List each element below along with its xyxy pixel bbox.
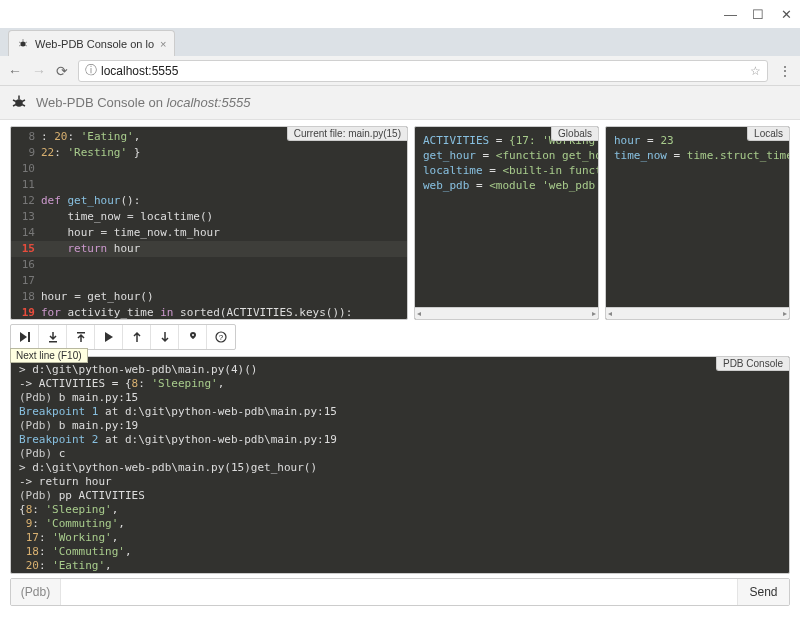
code-panel: Current file: main.py(15) 8: 20: 'Eating… xyxy=(10,126,408,320)
next-icon xyxy=(19,331,31,343)
locals-label: Locals xyxy=(747,127,789,141)
menu-icon[interactable]: ⋮ xyxy=(778,63,792,79)
svg-line-9 xyxy=(22,100,25,102)
where-icon xyxy=(188,331,198,343)
code-line[interactable]: 13 time_now = localtime() xyxy=(11,209,407,225)
svg-line-3 xyxy=(25,42,27,43)
locals-body[interactable]: hour = 23time_now = time.struct_time(tm_… xyxy=(606,127,789,307)
reload-icon[interactable]: ⟳ xyxy=(56,63,68,79)
up-button[interactable] xyxy=(123,325,151,349)
step-out-icon xyxy=(75,331,87,343)
help-icon: ? xyxy=(215,331,227,343)
scrollbar-h[interactable]: ◂▸ xyxy=(606,307,789,319)
down-button[interactable] xyxy=(151,325,179,349)
down-icon xyxy=(160,331,170,343)
tab-title: Web-PDB Console on lo xyxy=(35,38,154,50)
browser-tab[interactable]: Web-PDB Console on lo × xyxy=(8,30,175,56)
step-in-icon xyxy=(47,331,59,343)
globals-body[interactable]: ACTIVITIES = {17: 'Working', 18: 'get_ho… xyxy=(415,127,598,307)
console-body[interactable]: > d:\git\python-web-pdb\main.py(4)()-> A… xyxy=(11,357,789,573)
up-icon xyxy=(132,331,142,343)
back-icon[interactable]: ← xyxy=(8,63,22,79)
minimize-icon[interactable]: — xyxy=(724,7,736,22)
svg-line-11 xyxy=(22,104,25,106)
code-line[interactable]: 14 hour = time_now.tm_hour xyxy=(11,225,407,241)
console-panel: PDB Console > d:\git\python-web-pdb\main… xyxy=(10,356,790,574)
bug-icon xyxy=(10,94,28,112)
globals-panel: Globals ACTIVITIES = {17: 'Working', 18:… xyxy=(414,126,599,320)
url-text: localhost:5555 xyxy=(101,64,178,78)
star-icon[interactable]: ☆ xyxy=(750,64,761,78)
pdb-prompt-row: (Pdb) Send xyxy=(10,578,790,606)
scrollbar-h[interactable]: ◂▸ xyxy=(415,307,598,319)
bug-icon xyxy=(17,38,29,50)
console-label: PDB Console xyxy=(716,357,789,371)
forward-icon[interactable]: → xyxy=(32,63,46,79)
pdb-input[interactable] xyxy=(61,579,737,605)
code-line[interactable]: 16 xyxy=(11,257,407,273)
window-controls: — ☐ ✕ xyxy=(0,0,800,28)
svg-point-6 xyxy=(15,99,23,107)
svg-line-10 xyxy=(13,104,16,106)
globals-label: Globals xyxy=(551,127,598,141)
continue-icon xyxy=(104,331,114,343)
close-icon[interactable]: ✕ xyxy=(780,7,792,22)
code-line[interactable]: 12def get_hour(): xyxy=(11,193,407,209)
continue-button[interactable] xyxy=(95,325,123,349)
code-line[interactable]: 922: 'Resting' } xyxy=(11,145,407,161)
svg-line-5 xyxy=(25,45,27,46)
code-panel-label: Current file: main.py(15) xyxy=(287,127,407,141)
code-line[interactable]: 19for activity_time in sorted(ACTIVITIES… xyxy=(11,305,407,319)
code-body[interactable]: 8: 20: 'Eating',922: 'Resting' }10 11 12… xyxy=(11,127,407,319)
svg-point-0 xyxy=(21,41,26,46)
step-out-button[interactable] xyxy=(67,325,95,349)
tab-close-icon[interactable]: × xyxy=(160,38,166,50)
address-bar[interactable]: ⓘ localhost:5555 ☆ xyxy=(78,60,768,82)
next-button[interactable] xyxy=(11,325,39,349)
page-header: Web-PDB Console on localhost:5555 xyxy=(0,86,800,120)
tooltip: Next line (F10) xyxy=(10,348,88,363)
step-in-button[interactable] xyxy=(39,325,67,349)
svg-line-4 xyxy=(19,45,21,46)
svg-text:?: ? xyxy=(219,333,224,342)
browser-tab-bar: Web-PDB Console on lo × xyxy=(0,28,800,56)
code-line[interactable]: 17 xyxy=(11,273,407,289)
page-title: Web-PDB Console on localhost:5555 xyxy=(36,95,250,110)
code-line[interactable]: 18hour = get_hour() xyxy=(11,289,407,305)
code-line[interactable]: 15 return hour xyxy=(11,241,407,257)
maximize-icon[interactable]: ☐ xyxy=(752,7,764,22)
svg-rect-14 xyxy=(77,332,85,334)
svg-point-15 xyxy=(192,334,194,336)
code-line[interactable]: 11 xyxy=(11,177,407,193)
debug-toolbar: ? xyxy=(10,324,236,350)
where-button[interactable] xyxy=(179,325,207,349)
browser-toolbar: ← → ⟳ ⓘ localhost:5555 ☆ ⋮ xyxy=(0,56,800,86)
svg-rect-13 xyxy=(49,341,57,343)
svg-line-2 xyxy=(19,42,21,43)
svg-rect-12 xyxy=(28,332,30,342)
info-icon: ⓘ xyxy=(85,62,97,79)
help-button[interactable]: ? xyxy=(207,325,235,349)
prompt-label: (Pdb) xyxy=(11,579,61,605)
code-line[interactable]: 10 xyxy=(11,161,407,177)
send-button[interactable]: Send xyxy=(737,579,789,605)
svg-line-8 xyxy=(13,100,16,102)
locals-panel: Locals hour = 23time_now = time.struct_t… xyxy=(605,126,790,320)
